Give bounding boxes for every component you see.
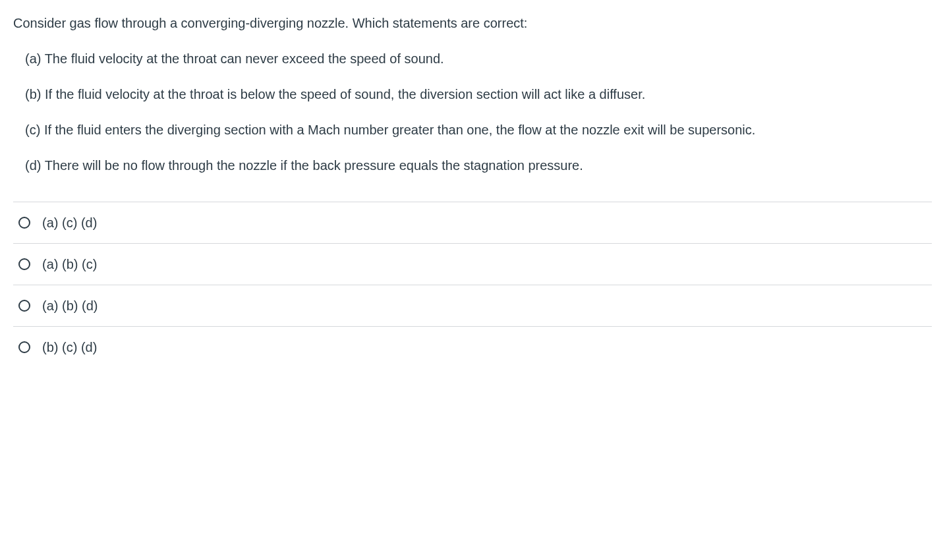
answer-options-list: (a) (c) (d) (a) (b) (c) (a) (b) (d) (b) … [13, 202, 932, 368]
answer-option-3[interactable]: (b) (c) (d) [13, 327, 932, 368]
radio-icon[interactable] [18, 258, 30, 270]
radio-icon[interactable] [18, 217, 30, 229]
statement-b: (b) If the fluid velocity at the throat … [13, 84, 932, 104]
option-label: (a) (c) (d) [42, 213, 97, 233]
statement-c: (c) If the fluid enters the diverging se… [13, 120, 932, 140]
question-intro: Consider gas flow through a converging-d… [13, 13, 932, 33]
statement-a: (a) The fluid velocity at the throat can… [13, 49, 932, 69]
question-stem: Consider gas flow through a converging-d… [13, 13, 932, 175]
option-label: (b) (c) (d) [42, 337, 97, 357]
answer-option-2[interactable]: (a) (b) (d) [13, 285, 932, 327]
radio-icon[interactable] [18, 341, 30, 353]
option-label: (a) (b) (d) [42, 296, 98, 316]
answer-option-0[interactable]: (a) (c) (d) [13, 202, 932, 244]
option-label: (a) (b) (c) [42, 254, 97, 274]
answer-option-1[interactable]: (a) (b) (c) [13, 244, 932, 285]
statement-d: (d) There will be no flow through the no… [13, 155, 932, 175]
radio-icon[interactable] [18, 300, 30, 312]
